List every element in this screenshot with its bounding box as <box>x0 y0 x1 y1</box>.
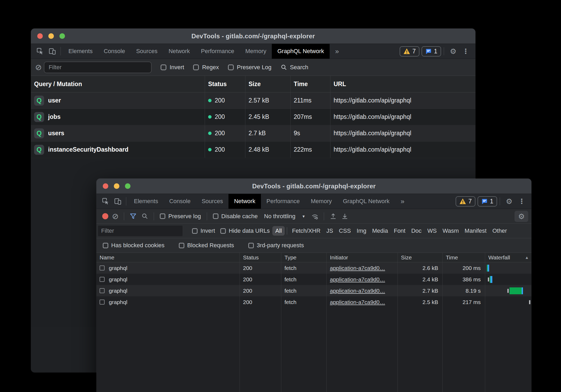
third-party-requests-checkbox[interactable]: 3rd-party requests <box>248 242 304 249</box>
blocked-requests-checkbox[interactable]: Blocked Requests <box>179 242 234 249</box>
chip-wasm[interactable]: Wasm <box>440 226 462 236</box>
chip-js[interactable]: JS <box>323 226 336 236</box>
col-status[interactable]: Status <box>205 76 245 92</box>
device-toolbar-icon[interactable] <box>46 44 58 59</box>
titlebar[interactable]: DevTools - gitlab.com/-/graphql-explorer <box>31 29 475 44</box>
chip-media[interactable]: Media <box>369 226 391 236</box>
waterfall-cell[interactable] <box>485 262 531 274</box>
col-type[interactable]: Type <box>281 253 327 262</box>
checkbox[interactable] <box>213 213 218 219</box>
table-row[interactable]: graphql 200 fetch application-a7ca9d0… 2… <box>96 285 531 296</box>
chip-ws[interactable]: WS <box>424 226 440 236</box>
col-size[interactable]: Size <box>245 76 291 92</box>
col-query-mutation[interactable]: Query / Mutation <box>31 76 205 92</box>
kebab-menu-icon[interactable]: ⋮ <box>460 47 472 55</box>
checkbox[interactable] <box>179 243 184 248</box>
checkbox[interactable] <box>248 243 254 248</box>
checkbox[interactable] <box>220 228 226 234</box>
preserve-log-checkbox[interactable]: Preserve Log <box>228 64 272 71</box>
chip-font[interactable]: Font <box>391 226 408 236</box>
checkbox[interactable] <box>192 228 198 234</box>
has-blocked-cookies-checkbox[interactable]: Has blocked cookies <box>103 242 165 249</box>
zoom-button[interactable] <box>59 33 65 39</box>
table-row[interactable]: graphql 200 fetch application-a7ca9d0… 2… <box>96 274 531 285</box>
row-checkbox[interactable] <box>100 288 105 293</box>
inspect-element-icon[interactable] <box>34 44 46 59</box>
filter-funnel-icon[interactable] <box>127 213 139 220</box>
table-row[interactable]: Qusers 200 2.7 kB 9s https://gitlab.com/… <box>31 125 475 142</box>
settings-gear-icon[interactable]: ⚙ <box>447 47 460 56</box>
tab-memory[interactable]: Memory <box>305 194 337 209</box>
initiator-link[interactable]: application-a7ca9d0… <box>330 276 385 283</box>
chip-other[interactable]: Other <box>489 226 510 236</box>
col-initiator[interactable]: Initiator <box>327 253 398 262</box>
tab-console[interactable]: Console <box>98 44 131 59</box>
col-time[interactable]: Time <box>291 76 330 92</box>
device-toolbar-icon[interactable] <box>112 194 124 209</box>
messages-badge[interactable]: 1 <box>478 196 497 207</box>
initiator-link[interactable]: application-a7ca9d0… <box>330 299 385 305</box>
col-waterfall[interactable]: Waterfall ▲ <box>485 253 531 262</box>
search-control[interactable]: Search <box>280 64 308 71</box>
tab-memory[interactable]: Memory <box>240 44 272 59</box>
checkbox[interactable] <box>161 64 166 70</box>
record-button[interactable] <box>102 213 108 219</box>
warnings-badge[interactable]: 7 <box>400 46 419 57</box>
waterfall-cell[interactable] <box>485 285 531 296</box>
table-row[interactable]: QinstanceSecurityDashboard 200 2.48 kB 2… <box>31 142 475 158</box>
zoom-button[interactable] <box>125 183 130 189</box>
col-url[interactable]: URL <box>330 76 475 92</box>
initiator-link[interactable]: application-a7ca9d0… <box>330 288 385 294</box>
tab-console[interactable]: Console <box>164 194 196 209</box>
tab-elements[interactable]: Elements <box>128 194 164 209</box>
search-icon[interactable] <box>139 213 151 220</box>
clear-icon[interactable]: ⊘ <box>35 63 42 72</box>
table-row[interactable]: Quser 200 2.57 kB 211ms https://gitlab.c… <box>31 92 475 109</box>
invert-checkbox[interactable]: Invert <box>192 227 215 234</box>
network-conditions-icon[interactable] <box>309 212 321 220</box>
throttling-dropdown[interactable]: No throttling ▼ <box>264 213 305 220</box>
checkbox[interactable] <box>228 64 234 70</box>
minimize-button[interactable] <box>114 183 119 189</box>
minimize-button[interactable] <box>48 33 54 39</box>
tab-graphql-network[interactable]: GraphQL Network <box>337 194 395 209</box>
hide-data-urls-checkbox[interactable]: Hide data URLs <box>220 227 270 234</box>
row-checkbox[interactable] <box>100 300 105 305</box>
preserve-log-checkbox[interactable]: Preserve log <box>160 213 201 220</box>
settings-gear-icon[interactable]: ⚙ <box>503 197 516 206</box>
more-tabs-chevron[interactable]: » <box>395 194 410 209</box>
row-checkbox[interactable] <box>100 277 105 282</box>
checkbox[interactable] <box>160 213 165 219</box>
clear-icon[interactable]: ⊘ <box>112 212 119 221</box>
tab-sources[interactable]: Sources <box>130 44 163 59</box>
tab-performance[interactable]: Performance <box>195 44 240 59</box>
tab-sources[interactable]: Sources <box>196 194 228 209</box>
col-name[interactable]: Name <box>96 253 240 262</box>
chip-all[interactable]: All <box>272 226 284 236</box>
chip-img[interactable]: Img <box>354 226 369 236</box>
invert-checkbox[interactable]: Invert <box>161 64 184 71</box>
initiator-link[interactable]: application-a7ca9d0… <box>330 265 385 271</box>
messages-badge[interactable]: 1 <box>422 46 441 57</box>
chip-manifest[interactable]: Manifest <box>462 226 489 236</box>
col-time[interactable]: Time <box>443 253 485 262</box>
warnings-badge[interactable]: 7 <box>456 196 475 207</box>
import-har-icon[interactable] <box>327 213 339 220</box>
table-row[interactable]: graphql 200 fetch application-a7ca9d0… 2… <box>96 262 531 274</box>
table-row[interactable]: Qjobs 200 2.45 kB 207ms https://gitlab.c… <box>31 109 475 125</box>
regex-checkbox[interactable]: Regex <box>193 64 219 71</box>
more-tabs-chevron[interactable]: » <box>330 44 344 59</box>
table-row[interactable]: graphql 200 fetch application-a7ca9d0… 2… <box>96 296 531 308</box>
titlebar[interactable]: DevTools - gitlab.com/-/graphql-explorer <box>96 179 531 194</box>
close-button[interactable] <box>103 183 108 189</box>
export-har-icon[interactable] <box>339 213 350 220</box>
checkbox[interactable] <box>103 243 108 248</box>
col-size[interactable]: Size <box>398 253 443 262</box>
network-filter-input[interactable] <box>98 226 183 236</box>
tab-network[interactable]: Network <box>228 194 261 209</box>
network-settings-button[interactable]: ⚙ <box>515 211 528 222</box>
col-status[interactable]: Status <box>240 253 281 262</box>
tab-performance[interactable]: Performance <box>261 194 305 209</box>
tab-network[interactable]: Network <box>163 44 195 59</box>
tab-graphql-network[interactable]: GraphQL Network <box>272 44 329 59</box>
